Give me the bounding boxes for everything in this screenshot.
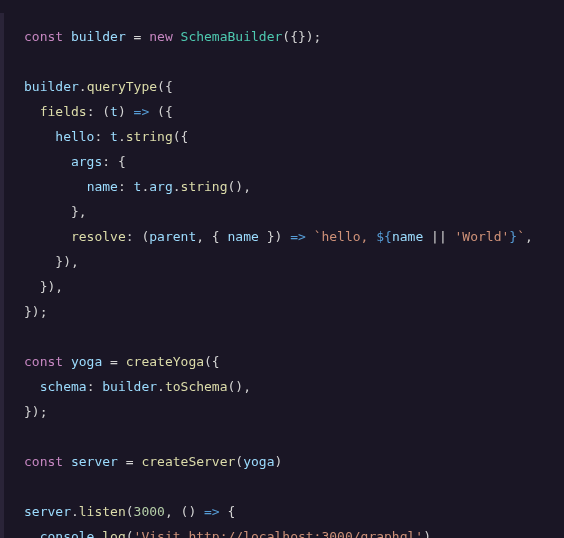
code-block: const builder = new SchemaBuilder({}); b… — [0, 13, 564, 538]
code-content: const builder = new SchemaBuilder({}); b… — [24, 29, 533, 538]
